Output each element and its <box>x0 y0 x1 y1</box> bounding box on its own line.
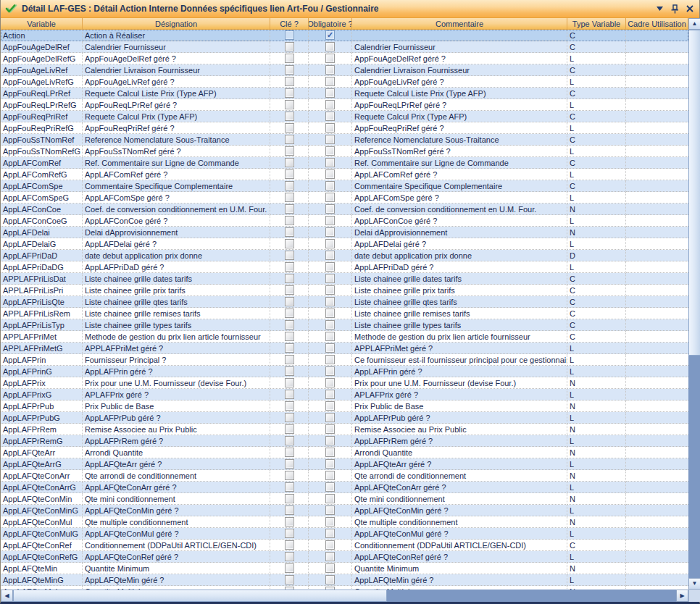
vertical-scrollbar-thumb[interactable] <box>688 30 700 356</box>
scroll-down-icon[interactable]: ▼ <box>688 578 700 590</box>
obligatoire-checkbox[interactable] <box>325 297 335 306</box>
cle-checkbox[interactable] <box>285 251 294 260</box>
cle-checkbox[interactable] <box>285 54 294 63</box>
table-row[interactable]: APPLAFPriLisDatListe chainee grille date… <box>1 273 688 285</box>
table-row[interactable]: AppLAFQteConArrGAppLAFQteConArr géré ?Ap… <box>1 482 688 493</box>
table-row[interactable]: AppLAFQteConMulGAppLAFQteConMul géré ?Ap… <box>1 528 688 540</box>
cle-checkbox[interactable] <box>285 413 294 422</box>
table-row[interactable]: AppLAFPrPubGAppLAFPrPub géré ?AppLAFPrPu… <box>1 412 688 424</box>
obligatoire-checkbox[interactable] <box>325 216 335 225</box>
table-row[interactable]: AppLAFDelaiGAppLAFDelai géré ?AppLAFDela… <box>1 238 688 250</box>
cle-checkbox[interactable] <box>285 563 294 573</box>
cle-checkbox[interactable] <box>285 42 294 51</box>
cle-checkbox[interactable] <box>285 169 294 179</box>
obligatoire-checkbox[interactable] <box>325 448 335 457</box>
table-row[interactable]: AppLAFQteMinGAppLAFQteMin géré ?AppLAFQt… <box>1 574 688 586</box>
obligatoire-checkbox[interactable] <box>325 169 335 179</box>
cle-checkbox[interactable] <box>285 146 294 156</box>
table-row[interactable]: AppLAFConCoeCoef. de conversion conditio… <box>1 204 688 215</box>
obligatoire-checkbox[interactable] <box>325 471 335 480</box>
cle-checkbox[interactable] <box>285 332 294 341</box>
vertical-scrollbar-track[interactable] <box>688 356 700 578</box>
cle-checkbox[interactable] <box>285 517 294 527</box>
obligatoire-checkbox[interactable] <box>325 181 335 190</box>
obligatoire-checkbox[interactable] <box>325 88 335 98</box>
obligatoire-checkbox[interactable] <box>325 77 335 86</box>
table-row[interactable]: AppFouReqLPrRefRequete Calcul Liste Prix… <box>1 88 688 99</box>
column-header-cadre-utilisation[interactable]: Cadre Utilisation <box>626 18 688 29</box>
table-row[interactable]: AppFouAgeLivRefGAppFouAgeLivRef géré ?Ap… <box>1 76 688 88</box>
table-row[interactable]: AppFouSsTNomRefGAppFouSsTNomRef géré ?Ap… <box>1 146 688 157</box>
obligatoire-checkbox[interactable] <box>325 146 335 156</box>
table-row[interactable]: AppLAFQteConRefGAppLAFQteConRef géré ?Ap… <box>1 551 688 563</box>
table-row[interactable]: AppFouSsTNomRefReference Nomenclature So… <box>1 134 688 146</box>
cle-checkbox[interactable] <box>285 100 294 109</box>
cle-checkbox[interactable] <box>285 378 294 387</box>
obligatoire-checkbox[interactable] <box>325 193 335 202</box>
table-row[interactable]: APPLAFPriMetMethode de gestion du prix l… <box>1 331 688 343</box>
obligatoire-checkbox[interactable] <box>325 355 335 364</box>
cle-checkbox[interactable] <box>285 540 294 550</box>
obligatoire-checkbox[interactable] <box>325 575 335 584</box>
table-row[interactable]: AppLAFPrRemRemise Associee au Prix Publi… <box>1 424 688 435</box>
column-header-commentaire[interactable]: Commentaire <box>352 18 567 29</box>
cle-checkbox[interactable] <box>285 204 294 214</box>
table-row[interactable]: AppLAFQteConMinQte mini conditionnementQ… <box>1 493 688 505</box>
obligatoire-checkbox[interactable] <box>325 239 335 248</box>
table-row[interactable]: ActionAction à RéaliserC <box>1 30 688 41</box>
obligatoire-checkbox[interactable] <box>325 517 335 527</box>
obligatoire-checkbox[interactable] <box>325 274 335 283</box>
auto-hide-pin-button[interactable] <box>670 4 680 14</box>
cle-checkbox[interactable] <box>285 193 294 202</box>
cle-checkbox[interactable] <box>285 262 294 272</box>
obligatoire-checkbox[interactable] <box>325 563 335 573</box>
table-row[interactable]: AppLAFPriDaDdate debut application prix … <box>1 250 688 261</box>
cle-checkbox[interactable] <box>285 135 294 144</box>
obligatoire-checkbox[interactable] <box>325 42 335 51</box>
column-header-obligatoire[interactable]: Obligatoire ? <box>309 18 352 29</box>
obligatoire-checkbox[interactable] <box>325 494 335 503</box>
table-row[interactable]: AppLAFQteConArrQte arrondi de conditionn… <box>1 470 688 482</box>
obligatoire-checkbox[interactable] <box>325 459 335 469</box>
table-row[interactable]: AppLAFPriLisQteListe chainee grille qtes… <box>1 296 688 308</box>
table-row[interactable]: AppLAFPrPubPrix Public de BasePrix Publi… <box>1 400 688 412</box>
cle-checkbox[interactable] <box>285 366 294 376</box>
cle-checkbox[interactable] <box>285 112 294 121</box>
scroll-right-icon[interactable]: ▶ <box>676 590 688 602</box>
cle-checkbox[interactable] <box>285 552 294 561</box>
table-row[interactable]: AppLAFQteConMulQte multiple conditionnem… <box>1 516 688 528</box>
table-row[interactable]: AppLAFPrixPrix pour une U.M. Fournisseur… <box>1 377 688 389</box>
cle-checkbox[interactable] <box>285 482 294 492</box>
close-icon[interactable] <box>685 4 695 14</box>
obligatoire-checkbox[interactable] <box>325 112 335 121</box>
cle-checkbox[interactable] <box>285 459 294 469</box>
table-row[interactable]: APPLAFPriMetGAPPLAFPriMet géré ?APPLAFPr… <box>1 343 688 354</box>
cle-checkbox[interactable] <box>285 274 294 283</box>
table-row[interactable]: AppLAFQteConRefConditionnement (DDPaUtil… <box>1 540 688 551</box>
cle-checkbox[interactable] <box>285 343 294 353</box>
cle-checkbox[interactable] <box>285 77 294 86</box>
cle-checkbox[interactable] <box>285 424 294 434</box>
cle-checkbox[interactable] <box>285 355 294 364</box>
table-row[interactable]: APPLAFPriLisRemListe chainee grille remi… <box>1 308 688 319</box>
cle-checkbox[interactable] <box>285 30 294 40</box>
table-row[interactable]: AppLAFPriDaDGAppLAFPriDaD géré ?AppLAFPr… <box>1 261 688 273</box>
obligatoire-checkbox[interactable] <box>325 482 335 492</box>
cle-checkbox[interactable] <box>285 494 294 503</box>
obligatoire-checkbox[interactable] <box>325 540 335 550</box>
table-row[interactable]: AppLAFConCoeGAppLAFConCoe géré ?AppLAFCo… <box>1 215 688 227</box>
obligatoire-checkbox[interactable] <box>325 332 335 341</box>
table-row[interactable]: AppLAFQteConMinGAppLAFQteConMin géré ?Ap… <box>1 505 688 516</box>
obligatoire-checkbox[interactable] <box>325 552 335 561</box>
table-row[interactable]: AppLAFComRefGAppLAFComRef géré ?AppLAFCo… <box>1 169 688 180</box>
obligatoire-checkbox[interactable] <box>325 123 335 133</box>
scroll-up-icon[interactable]: ▲ <box>688 18 700 30</box>
table-row[interactable]: AppLAFPrinGAppLAFPrin géré ?AppLAFPrin g… <box>1 366 688 377</box>
table-row[interactable]: AppFouAgeDelRefGAppFouAgeDelRef géré ?Ap… <box>1 53 688 64</box>
obligatoire-checkbox[interactable] <box>325 529 335 538</box>
obligatoire-checkbox[interactable] <box>325 251 335 260</box>
cle-checkbox[interactable] <box>285 239 294 248</box>
cle-checkbox[interactable] <box>285 529 294 538</box>
cle-checkbox[interactable] <box>285 401 294 411</box>
table-row[interactable]: AppLAFPrixGAPLAFPrix géré ?APLAFPrix gér… <box>1 389 688 400</box>
